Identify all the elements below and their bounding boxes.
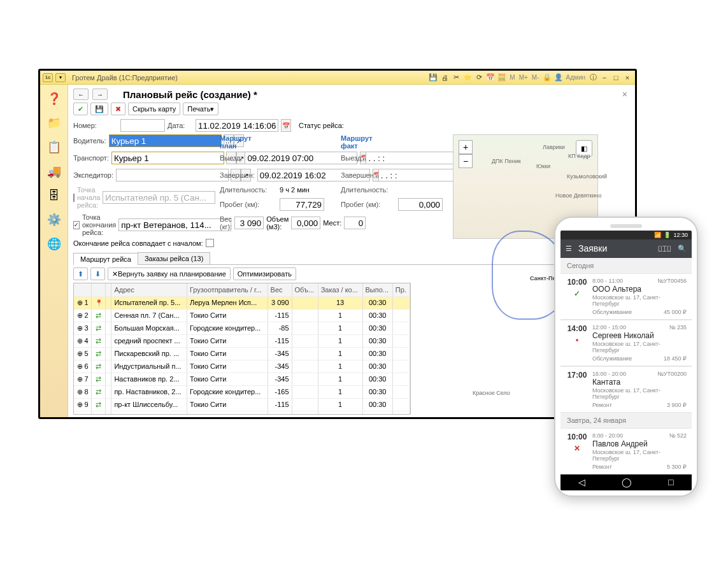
save-button[interactable]: 💾 [90,103,108,115]
table-header[interactable]: Заказ / ко... [318,283,362,296]
save-icon[interactable]: 💾 [428,73,438,83]
request-card[interactable]: 14:00•12:00 - 15:00№ 235Сергеев НиколайМ… [560,320,692,366]
clipboard-icon[interactable]: 📋 [45,138,63,156]
request-card[interactable]: 10:00✕8:00 - 20:00№ 522Павлов АндрейМоск… [560,428,692,474]
help-icon[interactable]: ❓ [45,90,63,108]
request-card[interactable]: 10:00✓8:00 - 11:00№УТ00456ООО АльтераМос… [560,273,692,320]
refresh-icon[interactable]: ⟳ [474,73,484,83]
link-icon[interactable]: ⭐ [462,73,473,83]
nav-recent-icon[interactable]: □ [668,477,673,487]
table-header[interactable]: Пр. [392,283,410,296]
date-label: Дата: [168,122,193,129]
table-row[interactable]: ⊕ 7⇄Наставников пр. 2...Токио Сити-34510… [74,373,410,385]
table-header[interactable]: Адрес [111,283,187,296]
hide-map-button[interactable]: Скрыть карту [128,103,180,115]
end-point-field[interactable] [118,218,231,231]
scan-icon[interactable]: ⌷⌶⌷ [658,245,671,252]
table-row[interactable]: ⊕ 5⇄Пискаревский пр. ...Токио Сити-34510… [74,347,410,360]
table-row[interactable]: ⊕ 6⇄Индустриальный п...Токио Сити-345100… [74,360,410,373]
nav-back-icon[interactable]: ◁ [578,477,585,487]
nav-home-icon[interactable]: ◯ [622,477,632,487]
route-arrow-icon: ⇄ [96,324,101,332]
table-row[interactable]: ⊕ 1📍Испытателей пр. 5...Леруа Мерлен Исп… [74,296,410,309]
app-dropdown-button[interactable]: ▾ [55,73,66,82]
return-request-button[interactable]: ✕ Вернуть заявку на планирование [108,267,231,280]
move-down-button[interactable]: ⬇ [90,267,105,280]
lock-icon[interactable]: 🔒 [542,73,552,83]
app-menu-button[interactable]: 1c [43,73,53,82]
plan-mileage-field[interactable] [280,198,324,211]
close-tab-icon[interactable]: × [620,89,630,99]
table-row[interactable]: ⊕ 2⇄Сенная пл. 7 (Сан...Токио Сити-11510… [74,309,410,322]
nav-forward-button[interactable]: → [92,89,108,100]
optimize-button[interactable]: Оптимизировать [233,267,296,280]
route-table[interactable]: АдресГрузоотправитель / г...ВесОбъ...Зак… [73,283,411,415]
start-point-checkbox[interactable] [73,194,75,202]
calendar-icon[interactable]: 📅 [485,73,496,83]
number-field[interactable] [120,119,165,132]
table-header[interactable] [106,283,111,296]
maximize-icon[interactable]: □ [611,73,621,83]
folder-icon[interactable]: 📁 [45,114,63,132]
memory-mminus[interactable]: M- [531,74,541,81]
request-card[interactable]: 17:0016:00 - 20:00№УТ00200КантатаМосковс… [560,366,692,413]
table-header[interactable] [92,283,106,296]
plan-duration-value: 9 ч 2 мин [280,186,310,194]
net-icon[interactable]: 🌐 [45,235,63,253]
map-label: Лаврики [543,144,565,150]
table-header[interactable]: Выпо... [362,283,392,296]
user-icon: 👤 [553,73,564,83]
plan-volume-field[interactable] [291,217,320,229]
table-header[interactable] [74,283,92,296]
nav-back-button[interactable]: ← [73,89,89,100]
memory-mplus[interactable]: M+ [518,74,529,81]
delete-button[interactable]: ✖ [111,103,125,115]
move-up-button[interactable]: ⬆ [73,267,88,280]
gear-icon[interactable]: ⚙️ [45,211,63,229]
table-row[interactable]: ⊕ 4⇄средний проспект ...Токио Сити-11510… [74,334,410,347]
table-header[interactable]: Объ... [292,283,318,296]
hamburger-icon[interactable]: ☰ [566,245,572,253]
table-row[interactable]: ⊕ 8⇄пр. Наставников, 2...Городские конди… [74,385,410,398]
print-icon[interactable]: 🖨 [439,73,450,83]
zoom-in-button[interactable]: + [459,140,473,154]
transport-field[interactable] [111,152,224,164]
cut-icon[interactable]: ✂ [451,73,461,83]
date-field[interactable] [196,119,278,132]
start-point-label: Точка начала рейса: [77,186,100,209]
expeditor-field[interactable] [116,169,229,182]
titlebar: 1c ▾ Гротем Драйв (1С:Предприятие) 💾 🖨 ✂… [40,71,635,85]
driver-field[interactable] [109,134,222,147]
start-point-field[interactable] [103,191,215,204]
minimize-icon[interactable]: − [599,73,610,83]
table-header[interactable]: Вес [268,283,292,296]
route-arrow-icon: ⇄ [96,337,101,345]
table-row[interactable]: ⊕ 3⇄Большая Морская...Городские кондитер… [74,322,410,334]
print-button[interactable]: Печать ▾ [183,103,218,115]
map-label: ДПК Пеник [492,158,521,164]
phone-navbar: ◁ ◯ □ [560,474,692,490]
tab-route[interactable]: Маршрут рейса [73,253,138,265]
table-row[interactable]: ⊕ 1⇄Славы пр. 15 (Сан...Городские кондит… [74,411,410,415]
memory-m[interactable]: M [508,74,516,81]
date-picker-icon[interactable]: 📅 [281,119,291,132]
end-matches-start-checkbox[interactable] [206,239,214,247]
db-icon[interactable]: 🗄 [45,187,63,204]
info-icon[interactable]: ⓘ [588,73,598,83]
table-row[interactable]: ⊕ 9⇄пр-кт Шлиссельбу...Токио Сити-115100… [74,398,410,411]
status-label: Статус рейса: [299,122,344,129]
truck-icon[interactable]: 🚚 [45,162,63,180]
plan-finish-label: Завершен: [220,171,255,179]
search-icon[interactable]: 🔍 [678,245,687,253]
approve-button[interactable]: ✔ [73,103,88,115]
zoom-out-button[interactable]: − [459,154,473,168]
table-header[interactable]: Грузоотправитель / г... [187,283,268,296]
close-window-icon[interactable]: × [622,73,632,83]
calc-icon[interactable]: 🧮 [497,73,507,83]
end-point-checkbox[interactable]: ✓ [73,221,80,229]
phone-section-header: Сегодня [560,258,692,273]
tab-orders[interactable]: Заказы рейса (13) [138,252,210,264]
fact-mileage-field[interactable] [398,198,443,211]
driver-label: Водитель: [73,137,106,145]
plan-weight-field[interactable] [234,217,264,229]
